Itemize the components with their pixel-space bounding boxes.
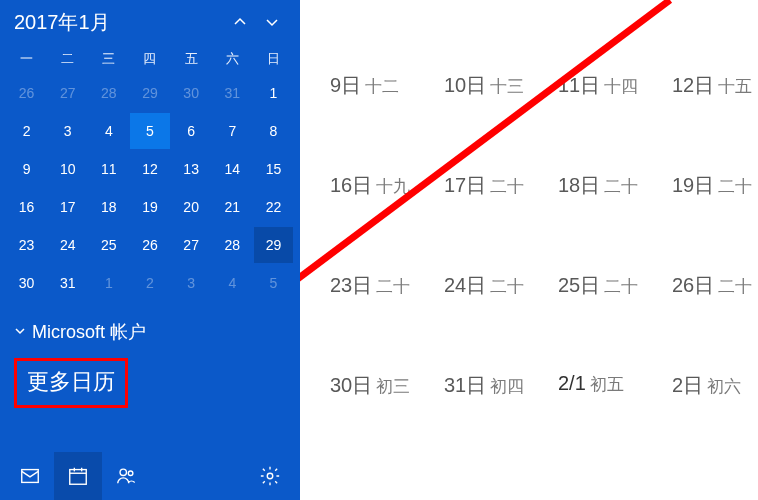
more-calendars-button[interactable]: 更多日历 (14, 358, 128, 408)
day-cell[interactable]: 17日二十 (444, 172, 554, 199)
date-cell[interactable]: 30 (7, 265, 46, 301)
people-icon (115, 465, 137, 487)
svg-point-5 (120, 469, 126, 475)
weekday-row: 一 二 三 四 五 六 日 (0, 42, 300, 74)
day-lunar: 十九 (376, 175, 410, 198)
date-cell[interactable]: 3 (172, 265, 211, 301)
date-cell[interactable]: 7 (213, 113, 252, 149)
date-cell[interactable]: 24 (48, 227, 87, 263)
date-cell[interactable]: 21 (213, 189, 252, 225)
date-cell[interactable]: 16 (7, 189, 46, 225)
day-cell[interactable]: 24日二十 (444, 272, 554, 299)
date-cell[interactable]: 31 (48, 265, 87, 301)
date-cell[interactable]: 4 (213, 265, 252, 301)
svg-point-6 (128, 471, 133, 476)
date-cell[interactable]: 15 (254, 151, 293, 187)
day-number: 31日 (444, 372, 486, 399)
date-cell[interactable]: 18 (89, 189, 128, 225)
day-cell[interactable]: 31日初四 (444, 372, 554, 399)
date-row: 23242526272829 (0, 226, 300, 264)
mini-calendar: 2627282930311234567891011121314151617181… (0, 74, 300, 302)
month-nav (226, 8, 286, 36)
date-cell[interactable]: 17 (48, 189, 87, 225)
day-lunar: 二十 (604, 275, 638, 298)
date-cell[interactable]: 2 (7, 113, 46, 149)
date-cell[interactable]: 1 (89, 265, 128, 301)
date-cell[interactable]: 28 (89, 75, 128, 111)
month-next[interactable] (258, 8, 286, 36)
date-cell[interactable]: 29 (254, 227, 293, 263)
date-cell[interactable]: 20 (172, 189, 211, 225)
day-cell[interactable]: 18日二十 (558, 172, 668, 199)
day-number: 25日 (558, 272, 600, 299)
date-cell[interactable]: 22 (254, 189, 293, 225)
month-prev[interactable] (226, 8, 254, 36)
date-cell[interactable]: 25 (89, 227, 128, 263)
day-cell[interactable]: 19日二十 (672, 172, 758, 199)
day-cell[interactable]: 2/1初五 (558, 372, 668, 396)
weekday: 四 (129, 50, 170, 68)
date-cell[interactable]: 29 (130, 75, 169, 111)
date-cell[interactable]: 11 (89, 151, 128, 187)
mail-button[interactable] (6, 452, 54, 500)
date-cell[interactable]: 14 (213, 151, 252, 187)
date-cell[interactable]: 10 (48, 151, 87, 187)
main-row: 9日十二10日十三11日十四12日十五 (330, 72, 758, 172)
weekday: 六 (212, 50, 253, 68)
date-cell[interactable]: 4 (89, 113, 128, 149)
date-cell[interactable]: 5 (130, 113, 169, 149)
date-row: 2627282930311 (0, 74, 300, 112)
people-button[interactable] (102, 452, 150, 500)
date-cell[interactable]: 12 (130, 151, 169, 187)
calendar-button[interactable] (54, 452, 102, 500)
day-number: 16日 (330, 172, 372, 199)
day-cell[interactable]: 10日十三 (444, 72, 554, 99)
day-cell[interactable]: 23日二十 (330, 272, 440, 299)
date-cell[interactable]: 1 (254, 75, 293, 111)
day-number: 2/1 (558, 372, 586, 395)
day-number: 30日 (330, 372, 372, 399)
day-number: 9日 (330, 72, 361, 99)
date-cell[interactable]: 3 (48, 113, 87, 149)
day-cell[interactable]: 30日初三 (330, 372, 440, 399)
date-cell[interactable]: 2 (130, 265, 169, 301)
date-cell[interactable]: 19 (130, 189, 169, 225)
date-cell[interactable]: 30 (172, 75, 211, 111)
date-cell[interactable]: 23 (7, 227, 46, 263)
date-cell[interactable]: 26 (130, 227, 169, 263)
day-cell[interactable]: 9日十二 (330, 72, 440, 99)
date-cell[interactable]: 27 (172, 227, 211, 263)
main-grid: 9日十二10日十三11日十四12日十五16日十九17日二十18日二十19日二十2… (330, 72, 758, 472)
day-lunar: 初三 (376, 375, 410, 398)
day-cell[interactable]: 16日十九 (330, 172, 440, 199)
day-cell[interactable]: 2日初六 (672, 372, 758, 399)
mail-icon (19, 465, 41, 487)
bottom-bar (0, 452, 300, 500)
day-lunar: 二十 (718, 275, 752, 298)
date-cell[interactable]: 27 (48, 75, 87, 111)
date-cell[interactable]: 13 (172, 151, 211, 187)
day-cell[interactable]: 26日二十 (672, 272, 758, 299)
main-row: 23日二十24日二十25日二十26日二十 (330, 272, 758, 372)
day-lunar: 二十 (376, 275, 410, 298)
day-cell[interactable]: 11日十四 (558, 72, 668, 99)
calendar-icon (67, 465, 89, 487)
date-cell[interactable]: 26 (7, 75, 46, 111)
date-cell[interactable]: 31 (213, 75, 252, 111)
settings-button[interactable] (246, 452, 294, 500)
account-section[interactable]: Microsoft 帐户 (0, 302, 300, 350)
date-row: 16171819202122 (0, 188, 300, 226)
day-lunar: 二十 (490, 175, 524, 198)
day-number: 2日 (672, 372, 703, 399)
day-cell[interactable]: 12日十五 (672, 72, 758, 99)
month-title[interactable]: 2017年1月 (14, 9, 226, 36)
day-number: 18日 (558, 172, 600, 199)
date-cell[interactable]: 6 (172, 113, 211, 149)
day-cell[interactable]: 25日二十 (558, 272, 668, 299)
account-label: Microsoft 帐户 (32, 320, 146, 344)
date-cell[interactable]: 5 (254, 265, 293, 301)
date-cell[interactable]: 28 (213, 227, 252, 263)
date-cell[interactable]: 9 (7, 151, 46, 187)
weekday: 一 (6, 50, 47, 68)
date-cell[interactable]: 8 (254, 113, 293, 149)
